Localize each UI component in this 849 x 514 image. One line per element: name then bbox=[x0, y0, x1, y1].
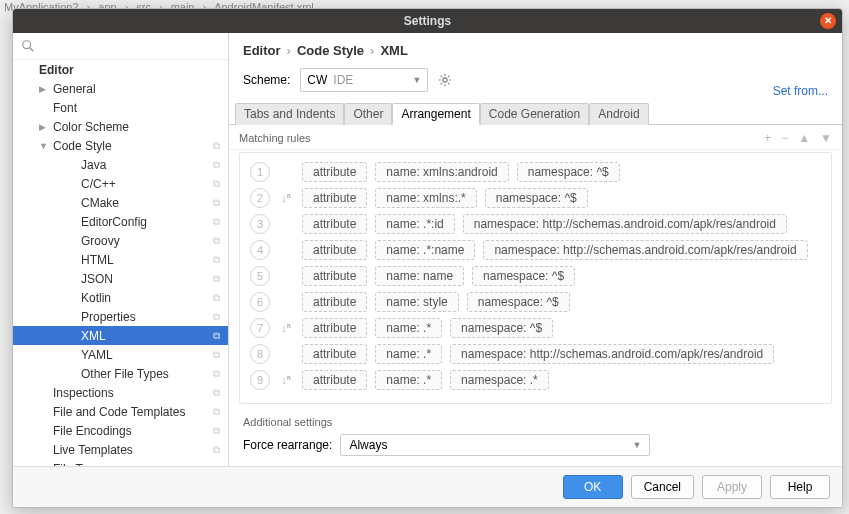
sidebar-item-file-types[interactable]: File Types bbox=[13, 459, 228, 466]
rule-row[interactable]: 5↓ªattributename: namenamespace: ^$ bbox=[250, 263, 821, 289]
rule-chip[interactable]: namespace: http://schemas.android.com/ap… bbox=[463, 214, 787, 234]
rule-row[interactable]: 1↓ªattributename: xmlns:androidnamespace… bbox=[250, 159, 821, 185]
rule-chip[interactable]: attribute bbox=[302, 188, 367, 208]
sidebar-item-properties[interactable]: Properties⧉ bbox=[13, 307, 228, 326]
help-button[interactable]: Help bbox=[770, 475, 830, 499]
sidebar-item-html[interactable]: HTML⧉ bbox=[13, 250, 228, 269]
tree-section-header: Editor bbox=[13, 60, 228, 79]
rule-chip[interactable]: attribute bbox=[302, 292, 367, 312]
rule-chip[interactable]: name: .*:name bbox=[375, 240, 475, 260]
rule-chip[interactable]: namespace: http://schemas.android.com/ap… bbox=[483, 240, 807, 260]
rule-chip[interactable]: name: style bbox=[375, 292, 458, 312]
rule-chip[interactable]: name: name bbox=[375, 266, 464, 286]
set-from-link[interactable]: Set from... bbox=[773, 84, 828, 98]
rule-row[interactable]: 3↓ªattributename: .*:idnamespace: http:/… bbox=[250, 211, 821, 237]
sidebar-item-other-file-types[interactable]: Other File Types⧉ bbox=[13, 364, 228, 383]
cancel-button[interactable]: Cancel bbox=[631, 475, 694, 499]
rule-row[interactable]: 2↓ªattributename: xmlns:.*namespace: ^$ bbox=[250, 185, 821, 211]
rule-chip[interactable]: namespace: ^$ bbox=[467, 292, 570, 312]
rule-chip[interactable]: name: .*:id bbox=[375, 214, 454, 234]
rule-chip[interactable]: attribute bbox=[302, 266, 367, 286]
rule-row[interactable]: 4↓ªattributename: .*:namenamespace: http… bbox=[250, 237, 821, 263]
scheme-select[interactable]: CW IDE ▼ bbox=[300, 68, 428, 92]
sidebar-item-editorconfig[interactable]: EditorConfig⧉ bbox=[13, 212, 228, 231]
rule-row[interactable]: 7↓ªattributename: .*namespace: ^$ bbox=[250, 315, 821, 341]
svg-point-2 bbox=[443, 78, 447, 82]
sidebar-item-yaml[interactable]: YAML⧉ bbox=[13, 345, 228, 364]
sidebar-item-kotlin[interactable]: Kotlin⧉ bbox=[13, 288, 228, 307]
scheme-scope-icon: ⧉ bbox=[213, 292, 220, 304]
force-rearrange-select[interactable]: Always ▼ bbox=[340, 434, 650, 456]
sidebar-item-general[interactable]: ▶General bbox=[13, 79, 228, 98]
sidebar-item-json[interactable]: JSON⧉ bbox=[13, 269, 228, 288]
tree-arrow-icon: ▼ bbox=[39, 141, 51, 151]
rule-chip[interactable]: namespace: .* bbox=[450, 370, 549, 390]
sidebar-item-cmake[interactable]: CMake⧉ bbox=[13, 193, 228, 212]
rule-chip[interactable]: name: .* bbox=[375, 370, 442, 390]
rule-chip[interactable]: namespace: ^$ bbox=[472, 266, 575, 286]
search-input[interactable] bbox=[39, 39, 220, 53]
sidebar-item-code-style[interactable]: ▼Code Style⧉ bbox=[13, 136, 228, 155]
settings-dialog: Settings ✕ Editor ▶GeneralFont▶Color Sch… bbox=[12, 8, 843, 508]
sidebar-item-label: Java bbox=[81, 158, 213, 172]
sidebar-item-file-and-code-templates[interactable]: File and Code Templates⧉ bbox=[13, 402, 228, 421]
rule-row[interactable]: 6↓ªattributename: stylenamespace: ^$ bbox=[250, 289, 821, 315]
settings-sidebar: Editor ▶GeneralFont▶Color Scheme▼Code St… bbox=[13, 33, 229, 466]
rule-chip[interactable]: attribute bbox=[302, 344, 367, 364]
svg-line-7 bbox=[441, 76, 442, 77]
sidebar-item-live-templates[interactable]: Live Templates⧉ bbox=[13, 440, 228, 459]
scheme-label: Scheme: bbox=[243, 73, 290, 87]
rule-number: 6 bbox=[250, 292, 270, 312]
add-rule-icon[interactable]: + bbox=[764, 131, 771, 145]
rule-chip[interactable]: namespace: ^$ bbox=[450, 318, 553, 338]
rule-number: 4 bbox=[250, 240, 270, 260]
rule-row[interactable]: 8↓ªattributename: .*namespace: http://sc… bbox=[250, 341, 821, 367]
sidebar-item-label: File and Code Templates bbox=[53, 405, 213, 419]
tab-arrangement[interactable]: Arrangement bbox=[392, 103, 479, 125]
sidebar-item-label: Code Style bbox=[53, 139, 213, 153]
rule-chip[interactable]: attribute bbox=[302, 162, 367, 182]
rule-chip[interactable]: name: xmlns:android bbox=[375, 162, 508, 182]
rule-chip[interactable]: attribute bbox=[302, 214, 367, 234]
settings-tree[interactable]: Editor ▶GeneralFont▶Color Scheme▼Code St… bbox=[13, 60, 228, 466]
sidebar-item-inspections[interactable]: Inspections⧉ bbox=[13, 383, 228, 402]
tab-android[interactable]: Android bbox=[589, 103, 648, 125]
scheme-scope-icon: ⧉ bbox=[213, 368, 220, 380]
rule-chip[interactable]: attribute bbox=[302, 318, 367, 338]
rule-chip[interactable]: namespace: ^$ bbox=[485, 188, 588, 208]
sidebar-item-label: Color Scheme bbox=[53, 120, 220, 134]
ok-button[interactable]: OK bbox=[563, 475, 623, 499]
sort-icon: ↓ª bbox=[278, 192, 294, 204]
remove-rule-icon[interactable]: − bbox=[781, 131, 788, 145]
tab-tabs-and-indents[interactable]: Tabs and Indents bbox=[235, 103, 344, 125]
rule-chip[interactable]: attribute bbox=[302, 240, 367, 260]
rule-chip[interactable]: name: xmlns:.* bbox=[375, 188, 476, 208]
gear-icon[interactable] bbox=[438, 73, 452, 87]
apply-button[interactable]: Apply bbox=[702, 475, 762, 499]
sidebar-item-file-encodings[interactable]: File Encodings⧉ bbox=[13, 421, 228, 440]
matching-rules-list[interactable]: 1↓ªattributename: xmlns:androidnamespace… bbox=[239, 152, 832, 404]
move-down-icon[interactable]: ▼ bbox=[820, 131, 832, 145]
sidebar-item-color-scheme[interactable]: ▶Color Scheme bbox=[13, 117, 228, 136]
rule-chip[interactable]: name: .* bbox=[375, 318, 442, 338]
tab-code-generation[interactable]: Code Generation bbox=[480, 103, 589, 125]
rule-chip[interactable]: namespace: ^$ bbox=[517, 162, 620, 182]
sidebar-item-c-c-[interactable]: C/C++⧉ bbox=[13, 174, 228, 193]
tab-other[interactable]: Other bbox=[344, 103, 392, 125]
sidebar-item-groovy[interactable]: Groovy⧉ bbox=[13, 231, 228, 250]
dialog-footer: OK Cancel Apply Help bbox=[13, 466, 842, 507]
rule-chip[interactable]: attribute bbox=[302, 370, 367, 390]
move-up-icon[interactable]: ▲ bbox=[798, 131, 810, 145]
rule-chip[interactable]: name: .* bbox=[375, 344, 442, 364]
scheme-scope-icon: ⧉ bbox=[213, 273, 220, 285]
close-icon[interactable]: ✕ bbox=[820, 13, 836, 29]
settings-main: Editor › Code Style › XML Scheme: CW IDE… bbox=[229, 33, 842, 466]
rule-chip[interactable]: namespace: http://schemas.android.com/ap… bbox=[450, 344, 774, 364]
scheme-scope-icon: ⧉ bbox=[213, 311, 220, 323]
sidebar-item-font[interactable]: Font bbox=[13, 98, 228, 117]
scheme-row: Scheme: CW IDE ▼ Set from... bbox=[229, 64, 842, 102]
rule-row[interactable]: 9↓ªattributename: .*namespace: .* bbox=[250, 367, 821, 393]
sidebar-item-java[interactable]: Java⧉ bbox=[13, 155, 228, 174]
scheme-scope-icon: ⧉ bbox=[213, 197, 220, 209]
sidebar-item-xml[interactable]: XML⧉ bbox=[13, 326, 228, 345]
